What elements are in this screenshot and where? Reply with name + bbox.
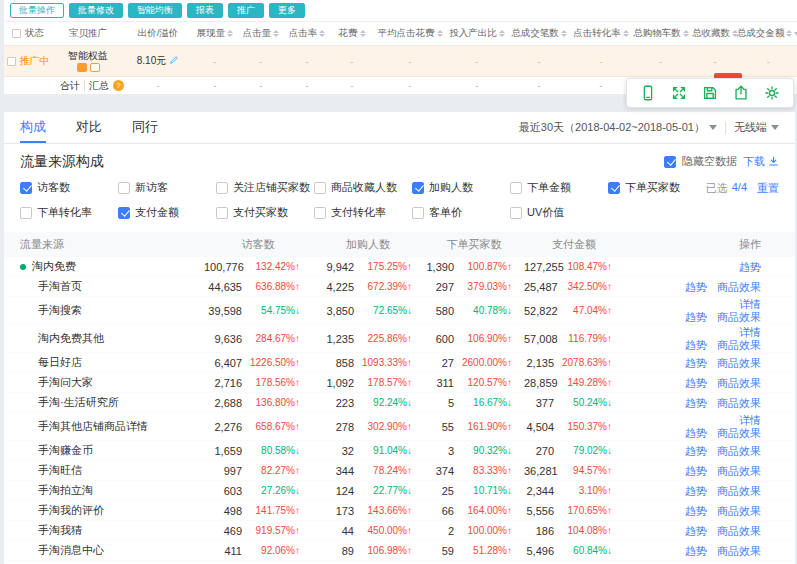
action-link[interactable]: 商品效果: [717, 281, 761, 293]
metric-checkbox-item[interactable]: 下单买家数: [608, 180, 706, 195]
checkbox[interactable]: [510, 182, 522, 194]
row-checkbox[interactable]: [7, 57, 16, 66]
action-link[interactable]: 商品效果: [717, 445, 761, 457]
metric-checkbox-item[interactable]: 加购人数: [412, 180, 510, 195]
action-link[interactable]: 趋势: [685, 525, 707, 537]
reset-link[interactable]: 重置: [757, 181, 779, 196]
column-header[interactable]: 平均点击花费: [374, 22, 446, 45]
fullscreen-icon[interactable]: [668, 82, 690, 104]
action-link[interactable]: 趋势: [685, 281, 707, 293]
mobile-preview-icon[interactable]: [637, 82, 659, 104]
action-link[interactable]: 商品效果: [717, 427, 761, 439]
toolbar-button[interactable]: 智能均衡: [128, 3, 182, 18]
metric-checkbox-item[interactable]: 下单转化率: [20, 205, 118, 220]
traffic-source-name[interactable]: 手淘问大家: [38, 375, 93, 390]
column-header[interactable]: 点击转化率: [570, 22, 632, 45]
sort-icon[interactable]: [786, 30, 792, 37]
sort-icon[interactable]: [499, 30, 505, 37]
action-link[interactable]: 趋势: [739, 261, 761, 273]
edit-icon[interactable]: [169, 55, 179, 67]
metric-checkbox-item[interactable]: 下单金额: [510, 180, 608, 195]
action-link[interactable]: 商品效果: [717, 525, 761, 537]
traffic-source-name[interactable]: 淘内免费: [32, 259, 76, 274]
select-all-checkbox[interactable]: [12, 29, 21, 38]
metric-checkbox-item[interactable]: 客单价: [412, 205, 510, 220]
toolbar-button[interactable]: 批量修改: [69, 3, 123, 18]
metric-checkbox-item[interactable]: 新访客: [118, 180, 216, 195]
promo-name-cell[interactable]: 智能权益: [52, 46, 124, 76]
metric-checkbox-item[interactable]: 关注店铺买家数: [216, 180, 314, 195]
share-icon[interactable]: [730, 82, 752, 104]
action-link[interactable]: 趋势: [685, 545, 707, 557]
action-link[interactable]: 详情: [739, 414, 761, 426]
tab-composition[interactable]: 构成: [20, 112, 46, 143]
sort-icon[interactable]: [561, 30, 567, 37]
action-link[interactable]: 趋势: [685, 445, 707, 457]
settings-icon[interactable]: [761, 82, 783, 104]
toolbar-button[interactable]: 报表: [187, 3, 223, 18]
toolbar-button[interactable]: 推广: [228, 3, 264, 18]
sort-icon[interactable]: [319, 30, 325, 37]
column-header[interactable]: 总收藏数: [690, 22, 740, 45]
traffic-source-name[interactable]: 每日好店: [38, 355, 82, 370]
checkbox[interactable]: [608, 182, 620, 194]
action-link[interactable]: 商品效果: [717, 357, 761, 369]
tab-peers[interactable]: 同行: [132, 112, 158, 143]
traffic-source-name[interactable]: 手淘消息中心: [38, 543, 104, 558]
checkbox[interactable]: [314, 207, 326, 219]
toolbar-button[interactable]: 批量操作: [10, 3, 64, 18]
traffic-source-name[interactable]: 手淘我猜: [38, 523, 82, 538]
action-link[interactable]: 趋势: [685, 377, 707, 389]
action-link[interactable]: 商品效果: [717, 485, 761, 497]
action-link[interactable]: 趋势: [685, 505, 707, 517]
tab-compare[interactable]: 对比: [76, 112, 102, 143]
column-header[interactable]: 总成交金额: [740, 22, 797, 45]
checkbox[interactable]: [412, 182, 424, 194]
help-icon[interactable]: [113, 80, 124, 91]
metric-checkbox-item[interactable]: 支付金额: [118, 205, 216, 220]
sort-icon[interactable]: [683, 30, 689, 37]
action-link[interactable]: 趋势: [685, 397, 707, 409]
checkbox[interactable]: [20, 207, 32, 219]
traffic-source-name[interactable]: 手淘其他店铺商品详情: [38, 419, 148, 434]
sort-icon[interactable]: [623, 30, 629, 37]
sort-icon[interactable]: [273, 30, 279, 37]
terminal-select[interactable]: 无线端: [734, 120, 779, 135]
action-link[interactable]: 商品效果: [717, 339, 761, 351]
sort-icon[interactable]: [437, 30, 443, 37]
action-link[interactable]: 商品效果: [717, 377, 761, 389]
action-link[interactable]: 商品效果: [717, 505, 761, 517]
column-header[interactable]: 宝贝推广: [52, 22, 124, 45]
action-link[interactable]: 商品效果: [717, 465, 761, 477]
checkbox[interactable]: [216, 207, 228, 219]
metric-checkbox-item[interactable]: 访客数: [20, 180, 118, 195]
action-link[interactable]: 趋势: [685, 339, 707, 351]
download-link[interactable]: 下载: [743, 154, 779, 169]
traffic-source-name[interactable]: 手淘搜索: [38, 303, 82, 318]
summary-label[interactable]: 汇总: [89, 79, 109, 93]
checkbox[interactable]: [118, 207, 130, 219]
action-link[interactable]: 趋势: [685, 485, 707, 497]
metric-checkbox-item[interactable]: 商品收藏人数: [314, 180, 412, 195]
action-link[interactable]: 详情: [739, 326, 761, 338]
traffic-source-name[interactable]: 手淘赚金币: [38, 443, 93, 458]
action-link[interactable]: 商品效果: [717, 311, 761, 323]
traffic-source-name[interactable]: 手淘首页: [38, 279, 82, 294]
metric-checkbox-item[interactable]: 支付转化率: [314, 205, 412, 220]
action-link[interactable]: 商品效果: [717, 545, 761, 557]
traffic-source-name[interactable]: 手淘旺信: [38, 463, 82, 478]
column-header[interactable]: 总购物车数: [632, 22, 690, 45]
checkbox[interactable]: [412, 207, 424, 219]
action-link[interactable]: 趋势: [685, 311, 707, 323]
column-header[interactable]: 出价/溢价: [124, 22, 192, 45]
action-link[interactable]: 趋势: [685, 465, 707, 477]
action-link[interactable]: 商品效果: [717, 397, 761, 409]
checkbox[interactable]: [314, 182, 326, 194]
column-header[interactable]: 状态: [4, 22, 52, 45]
date-range-select[interactable]: 最近30天（2018-04-02~2018-05-01）: [519, 120, 717, 135]
column-header[interactable]: 点击率: [284, 22, 330, 45]
checkbox[interactable]: [216, 182, 228, 194]
column-header[interactable]: 点击量: [238, 22, 284, 45]
sort-icon[interactable]: [227, 30, 233, 37]
metric-checkbox-item[interactable]: UV价值: [510, 205, 608, 220]
